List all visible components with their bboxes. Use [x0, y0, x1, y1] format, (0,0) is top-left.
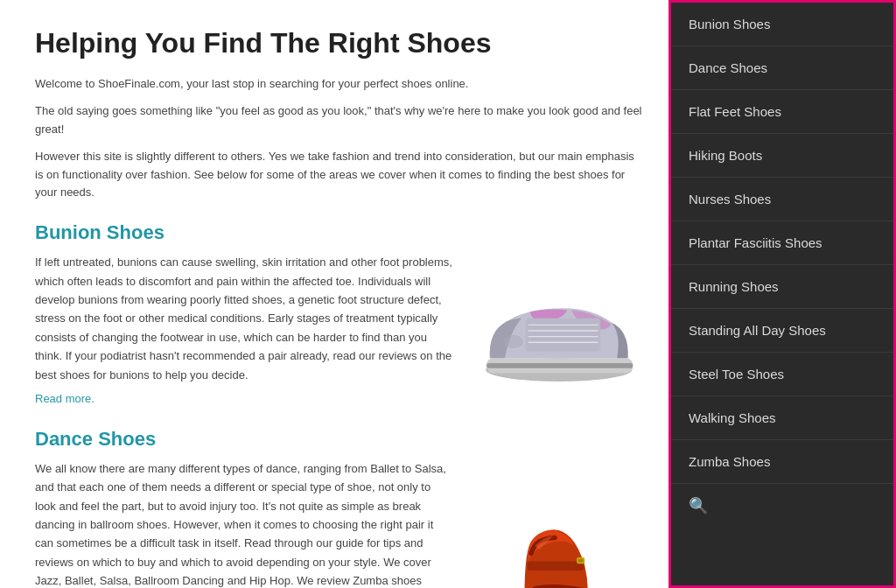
page-title: Helping You Find The Right Shoes [35, 26, 642, 60]
sidebar-item-7: Standing All Day Shoes [671, 309, 893, 353]
sidebar: Bunion ShoesDance ShoesFlat Feet ShoesHi… [668, 0, 896, 588]
intro-p3: However this site is slightly different … [35, 148, 642, 202]
svg-rect-2 [526, 318, 601, 352]
bunion-shoes-section: If left untreated, bunions can cause swe… [35, 253, 642, 409]
sidebar-nav-list: Bunion ShoesDance ShoesFlat Feet ShoesHi… [671, 3, 893, 484]
dance-shoes-image [467, 459, 642, 588]
sidebar-nav-link-9[interactable]: Walking Shoes [671, 396, 893, 439]
sidebar-item-6: Running Shoes [671, 265, 893, 309]
sidebar-nav-link-4[interactable]: Nurses Shoes [671, 178, 893, 220]
sidebar-item-1: Dance Shoes [671, 46, 893, 90]
sidebar-item-4: Nurses Shoes [671, 178, 893, 221]
sidebar-nav-link-2[interactable]: Flat Feet Shoes [671, 90, 893, 133]
svg-rect-8 [486, 363, 633, 368]
sidebar-nav-link-10[interactable]: Zumba Shoes [671, 440, 893, 483]
sidebar-nav-link-8[interactable]: Steel Toe Shoes [671, 353, 893, 396]
intro-p2: The old saying goes something like "you … [35, 102, 642, 139]
dance-shoes-section: We all know there are many different typ… [35, 459, 642, 588]
sidebar-search[interactable]: 🔍 [671, 484, 893, 528]
bunion-shoes-text: If left untreated, bunions can cause swe… [35, 253, 453, 409]
sidebar-item-5: Plantar Fasciitis Shoes [671, 221, 893, 265]
dance-shoes-title: Dance Shoes [35, 428, 642, 451]
intro-section: Welcome to ShoeFinale.com, your last sto… [35, 75, 642, 202]
sidebar-item-9: Walking Shoes [671, 396, 893, 440]
svg-rect-11 [578, 558, 583, 562]
bunion-shoes-image [467, 253, 642, 409]
bunion-shoes-title: Bunion Shoes [35, 221, 642, 244]
sidebar-item-0: Bunion Shoes [671, 3, 893, 46]
sidebar-nav: Bunion ShoesDance ShoesFlat Feet ShoesHi… [671, 3, 893, 528]
sidebar-item-8: Steel Toe Shoes [671, 353, 893, 396]
intro-p1: Welcome to ShoeFinale.com, your last sto… [35, 75, 642, 94]
sidebar-nav-link-3[interactable]: Hiking Boots [671, 134, 893, 177]
sidebar-item-2: Flat Feet Shoes [671, 90, 893, 134]
svg-point-7 [503, 335, 523, 348]
sidebar-nav-link-5[interactable]: Plantar Fasciitis Shoes [671, 221, 893, 264]
sidebar-item-10: Zumba Shoes [671, 440, 893, 484]
sidebar-nav-link-7[interactable]: Standing All Day Shoes [671, 309, 893, 352]
sidebar-item-3: Hiking Boots [671, 134, 893, 178]
sidebar-nav-link-1[interactable]: Dance Shoes [671, 46, 893, 89]
search-icon[interactable]: 🔍 [689, 496, 708, 515]
sidebar-nav-link-6[interactable]: Running Shoes [671, 265, 893, 308]
main-content: Helping You Find The Right Shoes Welcome… [0, 0, 668, 588]
svg-rect-9 [528, 561, 584, 570]
bunion-read-more-link[interactable]: Read more. [35, 392, 94, 405]
sidebar-nav-link-0[interactable]: Bunion Shoes [671, 3, 893, 46]
dance-shoes-text: We all know there are many different typ… [35, 459, 453, 588]
